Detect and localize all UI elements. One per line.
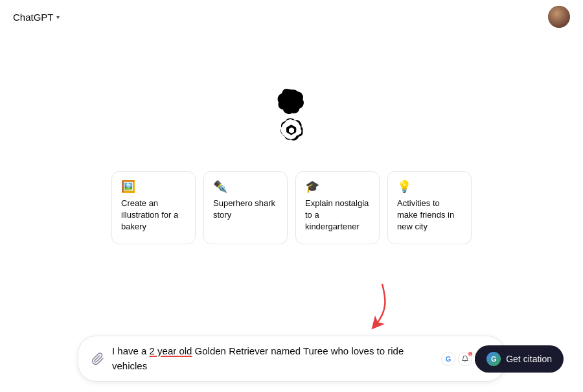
card-text-3: Explain nostalgia to a kindergartener [305, 198, 370, 233]
card-explain-nostalgia[interactable]: 🎓 Explain nostalgia to a kindergartener [295, 171, 380, 244]
citation-g-icon: G [486, 352, 501, 366]
card-icon-1: 🖼️ [121, 181, 186, 192]
card-icon-3: 🎓 [305, 181, 370, 192]
g-icon-badge[interactable]: G [441, 352, 455, 366]
notification-icon: 1 [458, 352, 472, 366]
message-input[interactable]: I have a 2 year old Golden Retriever nam… [112, 344, 436, 373]
app-header: ChatGPT ▾ [0, 0, 583, 34]
chatgpt-title-button[interactable]: ChatGPT ▾ [13, 12, 60, 23]
card-icon-2: ✒️ [213, 181, 278, 192]
input-value: I have a 2 year old Golden Retriever nam… [112, 344, 436, 373]
citation-label: Get citation [506, 354, 552, 364]
card-icon-4: 💡 [397, 181, 462, 192]
input-area: I have a 2 year old Golden Retriever nam… [78, 336, 505, 382]
card-activities-friends[interactable]: 💡 Activities to make friends in new city [387, 171, 472, 244]
card-text-2: Superhero shark story [213, 198, 278, 221]
openai-logo-mark [277, 117, 306, 145]
card-create-illustration[interactable]: 🖼️ Create an illustration for a bakery [111, 171, 196, 244]
notification-count: 1 [468, 351, 473, 356]
chevron-down-icon: ▾ [56, 14, 60, 21]
card-text-1: Create an illustration for a bakery [121, 198, 186, 233]
openai-logo [277, 86, 306, 114]
attach-button[interactable] [89, 350, 107, 368]
avatar-image [548, 6, 570, 28]
get-citation-button[interactable]: G Get citation [475, 345, 564, 373]
google-icon: G [441, 352, 455, 366]
red-arrow [356, 281, 395, 335]
avatar[interactable] [548, 6, 570, 28]
app-title: ChatGPT [13, 12, 54, 23]
notification-icon-badge[interactable]: 1 [458, 352, 472, 366]
input-container: I have a 2 year old Golden Retriever nam… [78, 336, 505, 382]
card-superhero-shark[interactable]: ✒️ Superhero shark story [203, 171, 288, 244]
suggestion-cards: 🖼️ Create an illustration for a bakery ✒… [111, 171, 472, 244]
underlined-text: 2 year old [150, 345, 192, 356]
main-content: 🖼️ Create an illustration for a bakery ✒… [0, 34, 583, 244]
logo-container [277, 86, 306, 145]
card-text-4: Activities to make friends in new city [397, 198, 462, 233]
